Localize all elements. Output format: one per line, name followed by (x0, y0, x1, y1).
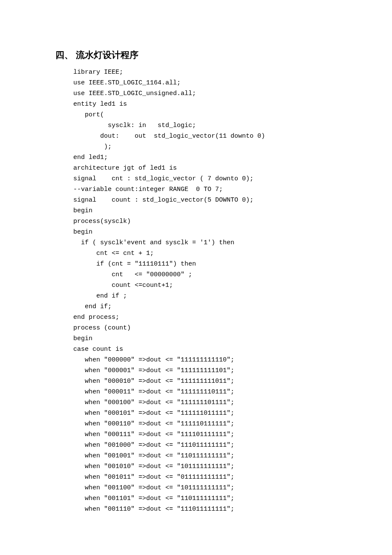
section-heading: 四、 流水灯设计程序 (55, 49, 354, 61)
code-block: library IEEE; use IEEE.STD_LOGIC_1164.al… (73, 67, 354, 515)
document-page: 四、 流水灯设计程序 library IEEE; use IEEE.STD_LO… (0, 0, 392, 540)
